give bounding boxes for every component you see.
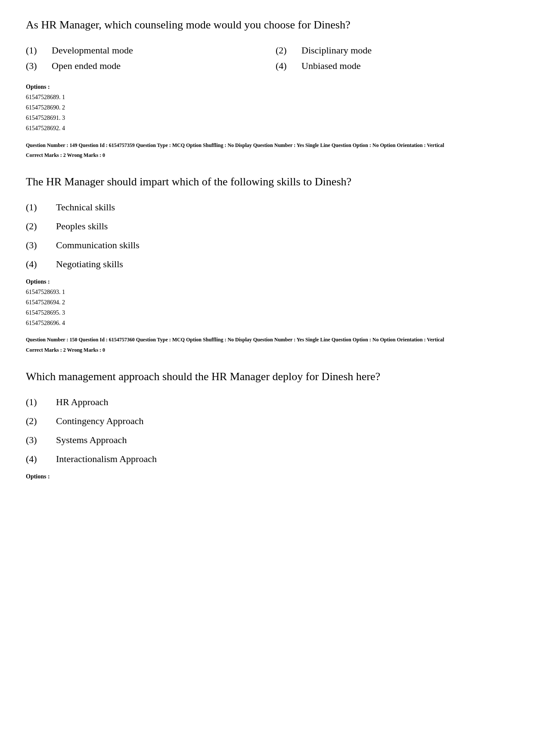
meta-148: Question Number : 149 Question Id : 6154… <box>26 141 508 150</box>
options-label-150: Options : <box>26 473 508 480</box>
option-ids-148: 61547528689. 1 61547528690. 2 6154752869… <box>26 92 508 133</box>
option-id-148-1: 61547528689. 1 <box>26 92 508 103</box>
option-150-1-text: HR Approach <box>56 397 109 408</box>
option-id-149-1: 61547528693. 1 <box>26 287 508 297</box>
question-149-text: The HR Manager should impart which of th… <box>26 174 508 190</box>
option-148-3-num: (3) <box>26 60 39 72</box>
option-148-3: (3) Open ended mode <box>26 60 258 72</box>
option-149-1: (1) Technical skills <box>26 202 508 213</box>
option-148-2-num: (2) <box>276 45 289 56</box>
option-150-2-text: Contingency Approach <box>56 415 143 427</box>
option-id-149-2: 61547528694. 2 <box>26 297 508 308</box>
question-148-text: As HR Manager, which counseling mode wou… <box>26 17 508 33</box>
option-148-1-text: Developmental mode <box>52 45 133 56</box>
option-149-3: (3) Communication skills <box>26 240 508 251</box>
question-150-options-vertical: (1) HR Approach (2) Contingency Approach… <box>26 397 508 465</box>
option-150-3-text: Systems Approach <box>56 434 127 446</box>
option-id-148-3: 61547528691. 3 <box>26 113 508 123</box>
question-148-options-grid: (1) Developmental mode (2) Disciplinary … <box>26 45 508 72</box>
option-149-4-text: Negotiating skills <box>56 259 123 270</box>
option-149-4-num: (4) <box>26 259 39 270</box>
option-150-2: (2) Contingency Approach <box>26 415 508 427</box>
option-id-149-4: 61547528696. 4 <box>26 318 508 328</box>
option-150-2-num: (2) <box>26 415 39 427</box>
option-150-4-text: Interactionalism Approach <box>56 453 157 465</box>
option-149-2: (2) Peoples skills <box>26 221 508 232</box>
option-150-4: (4) Interactionalism Approach <box>26 453 508 465</box>
option-149-3-text: Communication skills <box>56 240 140 251</box>
question-148-block: As HR Manager, which counseling mode wou… <box>26 17 508 159</box>
option-149-4: (4) Negotiating skills <box>26 259 508 270</box>
option-150-1-num: (1) <box>26 397 39 408</box>
option-148-2: (2) Disciplinary mode <box>276 45 508 56</box>
options-label-148: Options : <box>26 84 508 91</box>
correct-marks-148: Correct Marks : 2 Wrong Marks : 0 <box>26 152 508 159</box>
option-id-148-2: 61547528690. 2 <box>26 103 508 113</box>
question-149-options-vertical: (1) Technical skills (2) Peoples skills … <box>26 202 508 270</box>
option-148-2-text: Disciplinary mode <box>301 45 372 56</box>
correct-marks-149: Correct Marks : 2 Wrong Marks : 0 <box>26 347 508 353</box>
option-149-2-text: Peoples skills <box>56 221 108 232</box>
option-149-3-num: (3) <box>26 240 39 251</box>
option-148-1: (1) Developmental mode <box>26 45 258 56</box>
question-150-text: Which management approach should the HR … <box>26 369 508 384</box>
option-id-148-4: 61547528692. 4 <box>26 123 508 134</box>
option-149-1-text: Technical skills <box>56 202 115 213</box>
option-150-3: (3) Systems Approach <box>26 434 508 446</box>
option-148-4: (4) Unbiased mode <box>276 60 508 72</box>
option-149-2-num: (2) <box>26 221 39 232</box>
options-label-149: Options : <box>26 278 508 285</box>
option-150-1: (1) HR Approach <box>26 397 508 408</box>
option-id-149-3: 61547528695. 3 <box>26 308 508 318</box>
option-148-3-text: Open ended mode <box>52 60 121 72</box>
option-149-1-num: (1) <box>26 202 39 213</box>
option-148-4-num: (4) <box>276 60 289 72</box>
question-150-block: Which management approach should the HR … <box>26 369 508 480</box>
question-149-block: The HR Manager should impart which of th… <box>26 174 508 353</box>
option-148-4-text: Unbiased mode <box>301 60 360 72</box>
option-ids-149: 61547528693. 1 61547528694. 2 6154752869… <box>26 287 508 328</box>
option-150-3-num: (3) <box>26 434 39 446</box>
meta-149: Question Number : 150 Question Id : 6154… <box>26 336 508 344</box>
option-148-1-num: (1) <box>26 45 39 56</box>
option-150-4-num: (4) <box>26 453 39 465</box>
